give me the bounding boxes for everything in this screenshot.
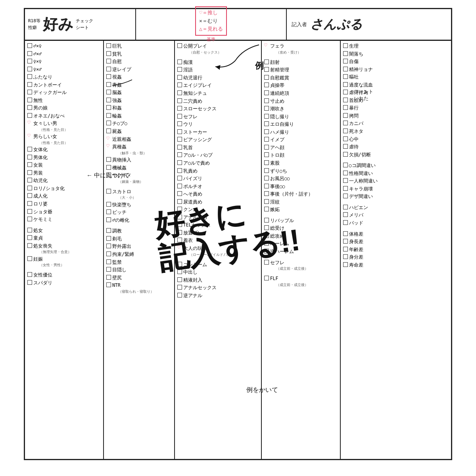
item-text: 妊娠 — [33, 256, 43, 262]
item-text: 自慰 — [112, 59, 122, 64]
checkbox — [106, 202, 111, 207]
list-item: ♡異種姦（触手・虫・獣） — [106, 143, 172, 156]
checkbox — [177, 145, 182, 150]
item-text: ハーレム — [270, 241, 289, 246]
checkbox — [27, 272, 32, 277]
list-item: ♡近親相姦 — [106, 136, 172, 144]
checkbox — [264, 90, 269, 95]
item-text: 性格間違い — [349, 171, 373, 176]
checkbox — [177, 75, 182, 80]
list-item: イメプ — [264, 136, 338, 144]
writer-label: 記入者 — [292, 21, 307, 28]
item-text: スローセックス — [183, 106, 217, 111]
checkbox — [27, 256, 32, 261]
checkbox — [264, 137, 269, 142]
checkbox — [27, 82, 32, 87]
list-item: ロリ婆 — [27, 200, 101, 208]
item-text: 男体化 — [33, 155, 48, 160]
list-item: へそ責め — [177, 190, 259, 198]
list-item: 淫紋 — [264, 198, 338, 206]
list-item: 自慰 — [106, 58, 172, 66]
section-gap — [343, 227, 449, 230]
list-item: ♡大人の玩具（ローター/ダイルド/オナホ） — [177, 245, 259, 258]
checkbox — [343, 105, 348, 110]
item-text: 女体化 — [33, 147, 48, 152]
item-text: 無知シチュ — [183, 90, 207, 96]
list-item: 強姦 — [106, 97, 172, 105]
list-item: トロ顔 — [264, 152, 338, 159]
list-item: FLF（成立前・成立後） — [264, 275, 338, 288]
checkbox — [177, 285, 182, 290]
list-item: 無性 — [27, 97, 101, 105]
list-item: ふたなり — [27, 73, 101, 81]
item-text: イメプ — [270, 137, 284, 142]
list-item: 剃毛 — [106, 235, 172, 243]
checkbox — [177, 191, 182, 196]
checkbox — [343, 90, 348, 94]
list-item: ディックガール — [27, 89, 101, 97]
item-text: 乳首 — [183, 145, 193, 150]
checkbox — [106, 121, 111, 125]
list-item: 寸止め — [264, 98, 338, 106]
list-item: 精神リョナ — [343, 66, 449, 74]
item-text: ロリ/ショタ化 — [33, 186, 65, 191]
list-item: 総攻め — [264, 232, 338, 240]
checkbox — [177, 230, 182, 235]
list-item: 顔射 — [264, 59, 338, 67]
checkbox — [177, 238, 182, 242]
item-text: 近親相姦 — [112, 136, 131, 142]
list-item: 異物挿入 — [106, 156, 172, 164]
list-item: 調教 — [106, 227, 172, 235]
checkbox — [264, 121, 269, 126]
item-text: セフレ — [183, 114, 198, 119]
checkbox — [343, 262, 348, 267]
list-item: ♂の雌化 — [106, 217, 172, 225]
item-text: 逆アナル — [183, 293, 202, 298]
item-text: 逆ハーレム — [270, 249, 294, 254]
main-container: R18等 性癖 好み チェック シート ♡＝推し ×＝むり △＝見れる — [24, 8, 452, 460]
item-text: 青姦 — [112, 82, 122, 88]
item-text: 男らしい女 — [33, 134, 57, 139]
item-text: 事後○○ — [270, 184, 285, 189]
checkbox — [27, 147, 32, 152]
item-text: ♂の雌化 — [112, 217, 129, 223]
list-item: 精液封入 — [177, 276, 259, 284]
header-right: 記入者 さんぷる — [287, 9, 451, 40]
item-text: 女装 — [33, 162, 43, 168]
checkbox — [264, 233, 269, 238]
item-text: 二穴責め — [183, 98, 202, 104]
checkbox — [106, 228, 111, 233]
item-text: 貧乳 — [112, 51, 122, 57]
item-text: ストーカー — [183, 129, 207, 135]
list-item: ♡男らしい女（性格・見た目） — [27, 133, 101, 146]
list-item: ピアッシング — [177, 136, 259, 144]
header-center: ♡＝推し ×＝むり △＝見れる 基準 — [136, 9, 287, 40]
checkbox — [106, 259, 111, 264]
checkbox — [177, 199, 182, 204]
item-text: 公開プレイ — [183, 43, 207, 49]
checkbox — [343, 163, 348, 167]
heart-checkbox: ♡ — [27, 120, 32, 125]
list-item: バッド — [343, 219, 449, 227]
item-text: アヘ顔 — [270, 145, 284, 150]
item-text: 視姦 — [112, 74, 122, 80]
checkbox — [177, 269, 182, 274]
item-text: ヤクキメ — [112, 173, 131, 178]
section-gap — [106, 224, 172, 227]
item-text: 男の娘 — [33, 105, 48, 111]
item-text: ふたなり — [33, 74, 52, 80]
list-item: 暴行 — [343, 104, 449, 112]
item-text: ♀×♂ — [33, 67, 42, 72]
item-text: ア○ルで責め — [183, 160, 210, 166]
item-subtext: （成立前・成立後） — [276, 266, 308, 272]
checkbox — [106, 98, 111, 102]
item-text: 顔射 — [270, 60, 280, 65]
item-text: 淫語 — [183, 67, 193, 73]
checkbox — [343, 121, 348, 125]
item-text: 連続絶頂 — [270, 90, 289, 96]
list-item: スカトロ（大・小） — [106, 188, 172, 201]
item-text: 屍姦 — [112, 129, 122, 134]
item-text: ビッチ — [112, 209, 127, 215]
list-item: 潮吹き — [264, 105, 338, 113]
item-text: 監禁 — [112, 259, 122, 265]
